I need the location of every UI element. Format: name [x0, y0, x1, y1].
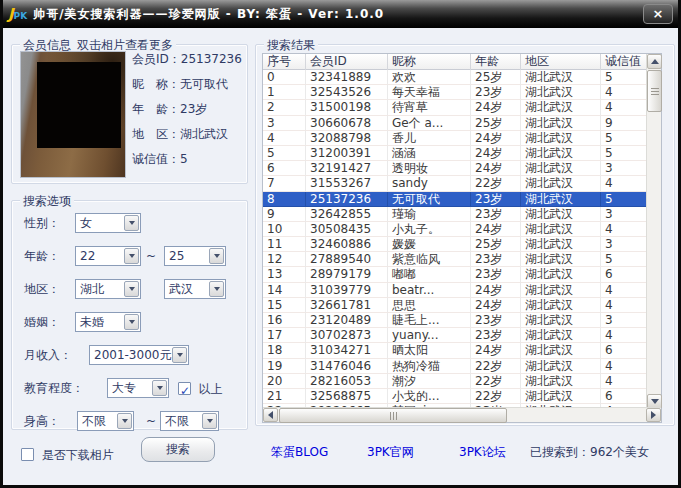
- arrow-right-icon: [651, 411, 656, 419]
- column-header[interactable]: 地区: [521, 54, 601, 70]
- table-header[interactable]: 序号 会员ID 昵称 年龄 地区 诚信值: [263, 54, 648, 70]
- table-cell: 湖北武汉: [521, 70, 601, 85]
- forum-link[interactable]: 3PK论坛: [459, 444, 506, 461]
- chevron-down-icon[interactable]: [209, 281, 224, 297]
- table-cell: 32191427: [306, 161, 388, 176]
- chevron-down-icon[interactable]: [209, 248, 224, 264]
- table-row[interactable]: 531200391涵涵24岁湖北武汉5: [263, 146, 648, 161]
- table-row[interactable]: 632191427透明妆24岁湖北武汉3: [263, 161, 648, 176]
- table-cell: 待宵草: [388, 100, 471, 115]
- region-value: 湖北武汉: [180, 127, 228, 141]
- chevron-down-icon[interactable]: [124, 281, 139, 297]
- chevron-down-icon[interactable]: [202, 413, 217, 429]
- height-from-select[interactable]: 不限: [77, 411, 134, 431]
- table-cell: 小戈的...: [388, 389, 471, 404]
- table-row[interactable]: 2132568875小戈的...22岁湖北武汉6: [263, 389, 648, 404]
- province-select[interactable]: 湖北: [75, 279, 141, 299]
- city-value: 武汉: [169, 281, 193, 298]
- table-cell: 32088798: [306, 131, 388, 146]
- horizontal-scrollbar[interactable]: [263, 407, 661, 422]
- column-header[interactable]: 诚信值: [601, 54, 648, 70]
- credit-line: 诚信值：5: [132, 147, 242, 172]
- thumb-grip-icon: [651, 88, 659, 95]
- chevron-down-icon[interactable]: [124, 248, 139, 264]
- table-cell: 4: [601, 100, 648, 115]
- table-row[interactable]: 330660678Ge个 a...25岁湖北武汉9: [263, 116, 648, 131]
- title-bar[interactable]: J PK 帅哥/美女搜索利器——珍爱网版 - BY: 笨蛋 - Ver: 1.0…: [0, 0, 681, 28]
- table-cell: 6: [601, 267, 648, 282]
- download-photo-option[interactable]: 是否下载相片: [21, 444, 114, 465]
- scroll-left-button[interactable]: [263, 408, 278, 422]
- table-cell: 23120489: [306, 313, 388, 328]
- age-to-select[interactable]: 25: [164, 246, 226, 266]
- table-cell: 5: [263, 146, 306, 161]
- height-to-select[interactable]: 不限: [160, 411, 219, 431]
- table-cell: 湖北武汉: [521, 343, 601, 358]
- table-row[interactable]: 1132460886媛媛25岁湖北武汉3: [263, 237, 648, 252]
- education-select[interactable]: 大专: [107, 378, 169, 398]
- table-row[interactable]: 1831034271晒太阳24岁湖北武汉6: [263, 343, 648, 358]
- column-header[interactable]: 序号: [263, 54, 306, 70]
- table-row[interactable]: 231500198待宵草24岁湖北武汉4: [263, 100, 648, 115]
- table-row[interactable]: 1431039779beatr...24岁湖北武汉4: [263, 283, 648, 298]
- gender-select[interactable]: 女: [75, 213, 141, 233]
- table-row[interactable]: 1030508435小丸子。24岁湖北武汉4: [263, 222, 648, 237]
- city-select[interactable]: 武汉: [164, 279, 226, 299]
- member-info-fields: 会员ID：25137236 昵 称：无可取代 年 龄：23岁 地 区：湖北武汉 …: [132, 47, 242, 172]
- official-site-link[interactable]: 3PK官网: [367, 444, 414, 461]
- income-select[interactable]: 2001-3000元: [89, 345, 189, 365]
- blog-link[interactable]: 笨蛋BLOG: [271, 444, 328, 461]
- table-cell: 4: [601, 328, 648, 343]
- table-cell: 31200391: [306, 146, 388, 161]
- column-header[interactable]: 会员ID: [306, 54, 388, 70]
- download-photo-checkbox[interactable]: [21, 448, 34, 461]
- table-cell: 23岁: [471, 252, 521, 267]
- table-cell: 31553267: [306, 176, 388, 191]
- column-header[interactable]: 昵称: [388, 54, 471, 70]
- table-row[interactable]: 1623120489睫毛上...23岁湖北武汉3: [263, 313, 648, 328]
- marriage-select[interactable]: 未婚: [75, 312, 141, 332]
- above-checkbox[interactable]: [178, 382, 191, 395]
- member-photo[interactable]: [20, 51, 126, 178]
- age-from-select[interactable]: 22: [75, 246, 141, 266]
- table-row[interactable]: 032341889欢欢25岁湖北武汉5: [263, 70, 648, 85]
- chevron-down-icon[interactable]: [124, 215, 139, 231]
- table-cell: 湖北武汉: [521, 267, 601, 282]
- chevron-down-icon[interactable]: [172, 347, 187, 363]
- table-row[interactable]: 1328979179嘟嘟23岁湖北武汉6: [263, 267, 648, 282]
- chevron-down-icon[interactable]: [117, 413, 132, 429]
- table-row[interactable]: 1532661781思思24岁湖北武汉4: [263, 298, 648, 313]
- table-cell: 湖北武汉: [521, 374, 601, 389]
- marriage-label: 婚姻：: [24, 312, 60, 332]
- vertical-scroll-thumb[interactable]: [647, 70, 662, 112]
- credit-value: 5: [180, 152, 188, 166]
- education-above-option[interactable]: 以上: [178, 378, 223, 399]
- scroll-right-button[interactable]: [646, 408, 661, 422]
- chevron-down-icon[interactable]: [124, 314, 139, 330]
- table-row[interactable]: 731553267sandy22岁湖北武汉4: [263, 176, 648, 191]
- chevron-down-icon[interactable]: [152, 380, 167, 396]
- table-row[interactable]: 825137236无可取代23岁湖北武汉5: [263, 192, 648, 207]
- height-to-value: 不限: [165, 413, 189, 430]
- table-row[interactable]: 1931476046热狗冷猫22岁湖北武汉4: [263, 359, 648, 374]
- vertical-scrollbar[interactable]: [646, 54, 661, 409]
- table-row[interactable]: 132543526每天幸福23岁湖北武汉4: [263, 85, 648, 100]
- gender-value: 女: [80, 215, 92, 232]
- scroll-up-button[interactable]: [647, 54, 662, 69]
- table-row[interactable]: 2028216053潮汐22岁湖北武汉4: [263, 374, 648, 389]
- table-cell: 4: [601, 359, 648, 374]
- table-cell: 湖北武汉: [521, 176, 601, 191]
- table-row[interactable]: 1227889540紫意临风23岁湖北武汉5: [263, 252, 648, 267]
- search-button[interactable]: 搜索: [141, 437, 215, 462]
- table-cell: 25137236: [306, 192, 388, 207]
- table-row[interactable]: 932642855瑾瑜23岁湖北武汉3: [263, 207, 648, 222]
- table-row[interactable]: 1730702873yuany...23岁湖北武汉4: [263, 328, 648, 343]
- table-row[interactable]: 432088798香儿24岁湖北武汉5: [263, 131, 648, 146]
- column-header[interactable]: 年龄: [471, 54, 521, 70]
- table-cell: 32568875: [306, 389, 388, 404]
- close-button[interactable]: ×: [643, 4, 673, 24]
- table-cell: 18: [263, 343, 306, 358]
- table-cell: 热狗冷猫: [388, 359, 471, 374]
- income-label: 月收入：: [24, 345, 72, 365]
- horizontal-scroll-thumb[interactable]: [279, 408, 507, 423]
